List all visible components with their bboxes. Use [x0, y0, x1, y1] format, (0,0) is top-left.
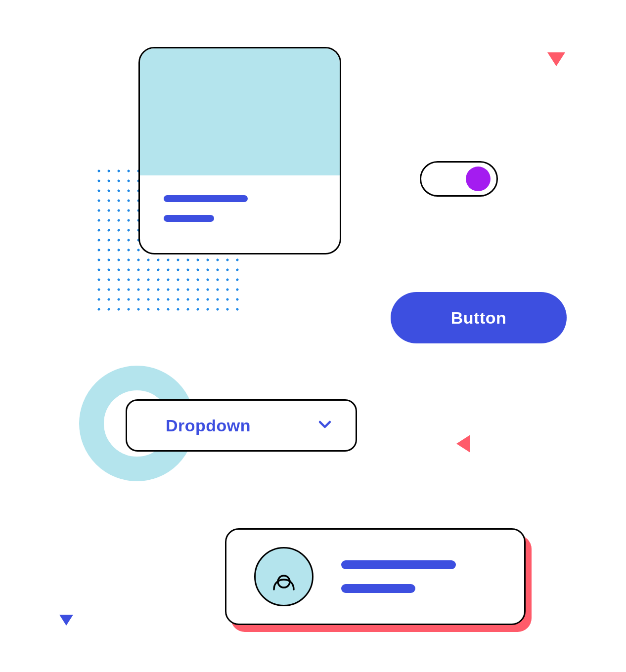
decorative-triangle: [59, 615, 73, 626]
toggle-switch[interactable]: [420, 161, 498, 197]
card-title-placeholder: [164, 195, 248, 202]
content-card[interactable]: [138, 47, 341, 254]
avatar: [254, 547, 313, 606]
user-meta-placeholder: [341, 584, 415, 593]
primary-button[interactable]: Button: [391, 292, 567, 343]
card-subtitle-placeholder: [164, 215, 214, 222]
user-card-text: [341, 560, 456, 593]
decorative-triangle: [456, 435, 470, 453]
decorative-triangle: [547, 52, 565, 66]
dropdown-label: Dropdown: [166, 416, 251, 435]
user-name-placeholder: [341, 560, 456, 569]
chevron-down-icon: [317, 417, 333, 434]
user-card[interactable]: [225, 528, 526, 625]
user-icon: [270, 561, 298, 592]
card-image-area: [140, 48, 340, 175]
toggle-knob: [466, 167, 491, 191]
card-body: [140, 175, 340, 242]
dropdown[interactable]: Dropdown: [126, 399, 357, 452]
